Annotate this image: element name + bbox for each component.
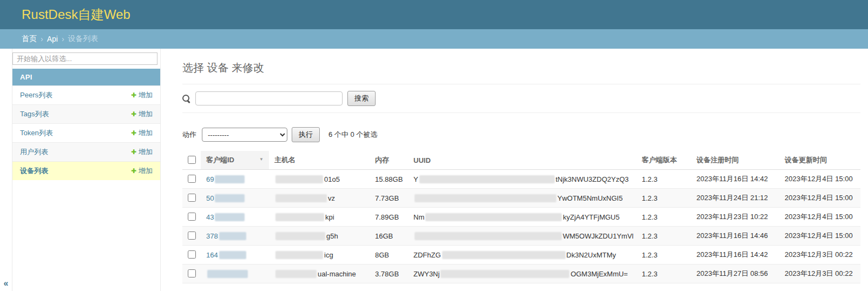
plus-icon: ✚ — [131, 129, 136, 137]
breadcrumb-home[interactable]: 首页 — [22, 34, 37, 44]
column-header-3[interactable]: UUID — [408, 151, 636, 170]
select-all-checkbox[interactable] — [188, 156, 196, 164]
breadcrumb-api[interactable]: Api — [47, 35, 58, 43]
redacted-text — [275, 232, 325, 240]
sidebar-item-link[interactable]: Token列表 — [20, 128, 53, 138]
search-button[interactable]: 搜索 — [347, 91, 376, 106]
sidebar-section-header[interactable]: API — [12, 69, 160, 85]
breadcrumb: 首页 › Api › 设备列表 — [0, 29, 868, 49]
cell-registered: 2023年11月24日 21:12 — [691, 189, 779, 208]
device-id-link[interactable]: 50 — [206, 194, 246, 202]
column-header-label[interactable]: UUID — [413, 156, 431, 164]
plus-icon: ✚ — [131, 110, 136, 118]
cell-updated: 2023年12月3日 00:22 — [779, 264, 860, 283]
run-action-button[interactable]: 执行 — [292, 127, 320, 142]
device-id-link[interactable]: 69 — [206, 175, 246, 183]
sidebar-item-2: Token列表✚增加 — [12, 123, 160, 142]
column-header-5[interactable]: 设备注册时间 — [691, 151, 779, 170]
table-header-row: 客户端ID▼主机名内存UUID客户端版本设备注册时间设备更新时间 — [182, 151, 860, 170]
add-link[interactable]: ✚增加 — [131, 90, 153, 100]
sidebar-item-link[interactable]: 用户列表 — [20, 147, 48, 157]
redacted-text — [440, 270, 569, 278]
redacted-text — [219, 251, 246, 259]
sidebar-module-api: API Peers列表✚增加Tags列表✚增加Token列表✚增加用户列表✚增加… — [12, 69, 160, 180]
breadcrumb-current: 设备列表 — [68, 34, 98, 44]
add-link[interactable]: ✚增加 — [131, 109, 153, 119]
device-id-link[interactable]: 378 — [206, 232, 247, 240]
table-row: 50vz7.73GBYwOTM5NmUxNGI51.2.32023年11月24日… — [182, 189, 860, 208]
column-header-label[interactable]: 内存 — [375, 156, 389, 164]
column-header-2[interactable]: 内存 — [370, 151, 408, 170]
redacted-text — [275, 251, 323, 259]
device-id-link[interactable] — [206, 270, 249, 278]
sidebar-item-link[interactable]: 设备列表 — [20, 166, 48, 176]
redacted-text — [415, 232, 562, 240]
add-link[interactable]: ✚增加 — [131, 147, 153, 157]
cell-registered: 2023年11月23日 10:22 — [691, 208, 779, 227]
action-select[interactable]: --------- — [202, 128, 287, 142]
sidebar-toggle-strip: « — [0, 49, 12, 291]
row-checkbox[interactable] — [188, 213, 196, 221]
cell-hostname: kpi — [269, 208, 370, 227]
column-header-0[interactable]: 客户端ID▼ — [201, 151, 269, 170]
table-row: 6901o515.88GBYtNjk3NWU3ZDQ2YzQ31.2.32023… — [182, 170, 860, 189]
row-checkbox[interactable] — [188, 194, 196, 202]
row-checkbox[interactable] — [188, 232, 196, 240]
cell-uuid: ZDFhZGDk3N2UxMTMy — [408, 246, 636, 264]
cell-hostname: 01o5 — [269, 170, 370, 189]
row-checkbox[interactable] — [188, 175, 196, 183]
sidebar-item-1: Tags列表✚增加 — [12, 104, 160, 123]
column-header-4[interactable]: 客户端版本 — [636, 151, 691, 170]
app-title[interactable]: RustDesk自建Web — [22, 6, 130, 23]
redacted-text — [215, 175, 245, 183]
redacted-text — [219, 232, 246, 240]
selection-counter: 6 个中 0 个被选 — [328, 130, 377, 140]
breadcrumb-separator: › — [62, 35, 64, 43]
cell-uuid: YwOTM5NmUxNGI5 — [408, 189, 636, 208]
sort-descending-icon[interactable]: ▼ — [259, 155, 264, 163]
cell-updated: 2023年12月3日 00:22 — [779, 246, 860, 264]
cell-version: 1.2.3 — [636, 246, 691, 264]
device-id-link[interactable]: 164 — [206, 251, 247, 259]
sidebar-item-link[interactable]: Peers列表 — [20, 90, 52, 100]
cell-ram: 16GB — [370, 227, 408, 246]
sidebar-item-4: 设备列表✚增加 — [12, 161, 160, 180]
column-header-1[interactable]: 主机名 — [269, 151, 370, 170]
device-id-link[interactable]: 43 — [206, 213, 246, 221]
cell-registered: 2023年11月16日 14:42 — [691, 170, 779, 189]
add-link[interactable]: ✚增加 — [131, 166, 153, 176]
cell-client-id: 43 — [201, 208, 269, 227]
plus-icon: ✚ — [131, 148, 136, 156]
cell-version: 1.2.3 — [636, 189, 691, 208]
column-header-6[interactable]: 设备更新时间 — [779, 151, 860, 170]
row-checkbox[interactable] — [188, 250, 196, 259]
cell-select — [182, 170, 201, 189]
collapse-sidebar-button[interactable]: « — [4, 279, 9, 288]
table-row: 164icg8GBZDFhZGDk3N2UxMTMy1.2.32023年11月1… — [182, 246, 860, 264]
search-input[interactable] — [195, 91, 343, 105]
redacted-text — [215, 213, 245, 221]
cell-hostname: vz — [269, 189, 370, 208]
search-bar: 搜索 — [182, 84, 860, 113]
column-header-label[interactable]: 客户端版本 — [642, 156, 677, 164]
column-header-label[interactable]: 主机名 — [274, 156, 295, 164]
add-link[interactable]: ✚增加 — [131, 128, 153, 138]
sidebar-item-link[interactable]: Tags列表 — [20, 109, 49, 119]
cell-version: 1.2.3 — [636, 227, 691, 246]
sidebar-filter-input[interactable] — [12, 52, 157, 65]
device-table: 客户端ID▼主机名内存UUID客户端版本设备注册时间设备更新时间 6901o51… — [182, 151, 860, 283]
plus-icon: ✚ — [131, 167, 136, 175]
cell-uuid: WM5OWJkZDU1YmVl — [408, 227, 636, 246]
app-header: RustDesk自建Web — [0, 0, 868, 29]
breadcrumb-separator: › — [41, 35, 43, 43]
cell-uuid: ZWY3NjOGM3MjExMmU= — [408, 264, 636, 283]
row-checkbox[interactable] — [188, 269, 196, 277]
table-row: 43kpi7.89GBNmkyZjA4YTFjMGU51.2.32023年11月… — [182, 208, 860, 227]
redacted-text — [419, 175, 555, 183]
column-header-label[interactable]: 客户端ID — [206, 156, 234, 164]
column-header-label[interactable]: 设备更新时间 — [785, 156, 827, 164]
column-header-label[interactable]: 设备注册时间 — [696, 156, 739, 164]
cell-select — [182, 246, 201, 264]
select-all-header — [182, 151, 201, 170]
redacted-text — [275, 213, 324, 221]
